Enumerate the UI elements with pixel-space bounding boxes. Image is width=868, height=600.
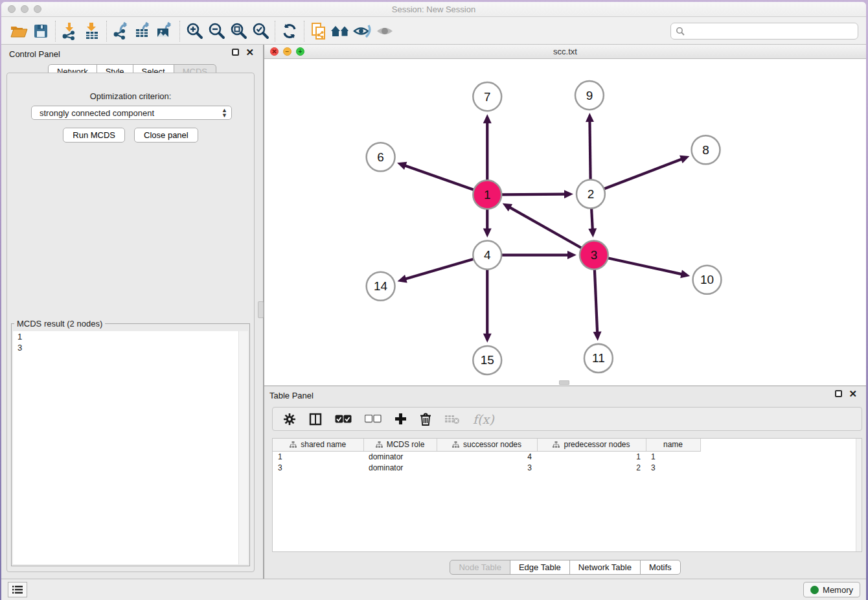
edge-3-10[interactable]	[608, 258, 682, 274]
zoom-in-icon[interactable]	[183, 20, 205, 42]
edge-arrowhead	[588, 228, 597, 237]
edge-2-3[interactable]	[591, 208, 593, 229]
control-panel: Control Panel ✕ NetworkStyleSelectMCDS O…	[1, 45, 264, 579]
toolbar-separator	[106, 21, 107, 41]
edge-arrowhead	[397, 275, 407, 283]
column-header-MCDS-role[interactable]: MCDS role	[363, 439, 437, 451]
edge-4-14[interactable]	[405, 259, 474, 279]
settings-gear-icon[interactable]	[283, 413, 296, 426]
show-all-icon[interactable]	[374, 20, 396, 42]
list-icon	[12, 585, 23, 594]
export-image-icon[interactable]	[154, 20, 176, 42]
edge-1-2[interactable]	[501, 194, 565, 195]
table-row[interactable]: 3dominator323	[273, 462, 711, 473]
result-scrollbar[interactable]	[238, 331, 248, 564]
node-table: shared nameMCDS rolesuccessor nodesprede…	[272, 438, 862, 552]
column-header-shared-name[interactable]: shared name	[273, 439, 363, 451]
edge-arrowhead	[483, 229, 492, 238]
table-scrollbar[interactable]	[856, 439, 862, 551]
import-table-icon[interactable]	[81, 20, 103, 42]
tab-network-table[interactable]: Network Table	[569, 560, 641, 575]
search-icon	[676, 27, 685, 36]
tab-edge-table[interactable]: Edge Table	[510, 560, 570, 575]
node-label-8: 8	[702, 143, 709, 157]
edge-arrowhead	[483, 334, 492, 343]
close-panel-button[interactable]: Close panel	[134, 128, 198, 143]
hierarchy-icon	[452, 441, 459, 448]
control-panel-title: Control Panel	[9, 49, 60, 59]
network-view-window: ✕ − + scc.txt 7968124314101511	[264, 45, 866, 386]
delete-table-icon	[444, 414, 460, 424]
network-canvas[interactable]: 7968124314101511	[264, 59, 866, 386]
show-columns-icon[interactable]	[309, 413, 322, 426]
zoom-selected-icon[interactable]	[249, 20, 271, 42]
export-table-icon[interactable]	[132, 20, 154, 42]
zoom-out-icon[interactable]	[205, 20, 227, 42]
edge-2-9[interactable]	[589, 121, 590, 179]
table-panel: Table Panel ✕	[264, 386, 866, 579]
close-table-panel-icon[interactable]: ✕	[849, 390, 857, 397]
edge-3-11[interactable]	[595, 270, 597, 333]
add-column-icon[interactable]	[394, 413, 407, 425]
table-toolbar: f(x)	[272, 407, 862, 431]
search-input[interactable]	[685, 27, 858, 36]
hierarchy-icon	[376, 441, 383, 448]
import-network-icon[interactable]	[59, 20, 81, 42]
tab-node-table[interactable]: Node Table	[450, 560, 510, 575]
edge-arrowhead	[564, 190, 573, 198]
close-panel-icon[interactable]: ✕	[246, 49, 254, 56]
toolbar-separator	[275, 21, 275, 41]
edge-3-1[interactable]	[509, 207, 582, 248]
hide-selected-icon[interactable]	[352, 20, 374, 42]
tab-motifs[interactable]: Motifs	[640, 560, 681, 575]
network-window-title: scc.txt	[264, 47, 866, 56]
vertical-split-handle[interactable]	[258, 301, 264, 318]
mcds-tab-content: Optimization criterion: strongly connect…	[6, 73, 255, 572]
refresh-network-icon[interactable]	[279, 20, 301, 42]
mcds-result-legend: MCDS result (2 nodes)	[14, 319, 105, 329]
node-label-9: 9	[586, 89, 593, 102]
edge-arrowhead	[567, 251, 577, 259]
edge-arrowhead	[483, 114, 492, 123]
delete-column-icon[interactable]	[420, 413, 431, 426]
float-panel-icon[interactable]	[232, 49, 239, 56]
criterion-value: strongly connected component	[40, 108, 154, 118]
first-neighbors-icon[interactable]	[330, 20, 352, 42]
edge-arrowhead	[397, 162, 407, 170]
network-window-titlebar: ✕ − + scc.txt	[264, 45, 866, 59]
memory-button[interactable]: Memory	[803, 582, 860, 597]
node-label-10: 10	[700, 273, 714, 286]
run-mcds-button[interactable]: Run MCDS	[63, 128, 125, 143]
open-session-icon[interactable]	[8, 20, 30, 42]
hierarchy-icon	[290, 441, 297, 448]
clone-network-icon[interactable]	[308, 20, 330, 42]
function-builder-icon: f(x)	[473, 412, 494, 426]
search-field[interactable]	[670, 23, 858, 40]
select-all-icon[interactable]	[335, 415, 352, 423]
column-header-predecessor-nodes[interactable]: predecessor nodes	[537, 439, 646, 451]
memory-status-icon	[810, 586, 819, 594]
application-window: Session: New Session	[1, 2, 866, 600]
float-table-panel-icon[interactable]	[835, 390, 842, 397]
deselect-all-icon[interactable]	[365, 415, 382, 423]
task-history-button[interactable]	[8, 582, 27, 597]
edge-arrowhead	[593, 332, 602, 341]
node-label-7: 7	[484, 90, 491, 104]
toolbar-separator	[55, 21, 56, 41]
memory-label: Memory	[823, 585, 853, 595]
table-panel-tabs: Node TableEdge TableNetwork TableMotifs	[450, 560, 680, 575]
mcds-result-fieldset: MCDS result (2 nodes) 13	[11, 323, 250, 566]
export-network-icon[interactable]	[110, 20, 132, 42]
criterion-dropdown[interactable]: strongly connected component ▲▼	[31, 106, 232, 120]
horizontal-split-handle[interactable]	[559, 380, 569, 385]
zoom-fit-icon[interactable]	[227, 20, 249, 42]
dropdown-stepper-icon: ▲▼	[222, 108, 227, 118]
save-session-icon[interactable]	[30, 20, 52, 42]
mcds-result-list[interactable]: 13	[13, 331, 248, 564]
result-line: 1	[13, 331, 248, 342]
edge-2-8[interactable]	[604, 159, 682, 189]
column-header-name[interactable]: name	[646, 439, 700, 451]
table-row[interactable]: 1dominator411	[273, 451, 711, 462]
column-header-successor-nodes[interactable]: successor nodes	[437, 439, 537, 451]
edge-1-6[interactable]	[404, 165, 474, 190]
